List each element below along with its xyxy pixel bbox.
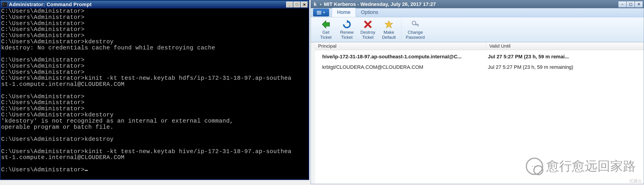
get-ticket-icon [321,20,330,29]
krb-titlebar[interactable]: k ▾ MIT Kerberos - Wednesday, July 26, 2… [311,0,644,8]
column-header-principal[interactable]: Principal [315,42,486,50]
cell-principal: krbtgt/CLOUDERA.COM@CLOUDERA.COM [315,64,486,70]
table-header-row: Principal Valid Until [315,42,644,50]
cmd-titlebar[interactable]: C:\ Administrator: Command Prompt _ □ ✕ [1,1,308,8]
get-ticket-button[interactable]: GetTicket [316,19,336,41]
change-password-icon [411,20,420,29]
close-button[interactable]: ✕ [635,1,643,7]
make-default-label: MakeDefault [382,30,396,40]
ribbon-group-tickets: GetTicket RenewTicket DestroyTicket [314,19,402,41]
svg-rect-7 [418,25,418,27]
change-password-label: ChangePassword [406,30,425,40]
svg-marker-4 [385,21,393,28]
get-ticket-label: GetTicket [320,30,332,40]
cell-valid-until: Jul 27 5:27 PM (23 h, 59 m remai... [486,54,644,60]
table-left-margin [311,42,315,184]
kerberos-window: k ▾ MIT Kerberos - Wednesday, July 26, 2… [310,0,644,184]
cmd-title: Administrator: Command Prompt [9,1,286,7]
renew-ticket-button[interactable]: RenewTicket [337,19,357,41]
file-menu-button[interactable]: ▼ [313,9,329,16]
minimize-button[interactable]: _ [286,1,293,7]
cell-principal: hive/ip-172-31-18-97.ap-southeast-1.comp… [315,54,486,60]
maximize-button[interactable]: ▢ [626,1,635,7]
ribbon-group-password: ChangePassword [403,19,428,41]
table-body: hive/ip-172-31-18-97.ap-southeast-1.comp… [315,50,644,184]
ribbon-toolbar: GetTicket RenewTicket DestroyTicket [311,17,644,42]
close-button[interactable]: ✕ [301,1,308,7]
column-header-valid[interactable]: Valid Until [486,42,644,50]
destroy-ticket-icon [363,20,372,29]
table-row[interactable]: krbtgt/CLOUDERA.COM@CLOUDERA.COMJul 27 5… [315,62,644,72]
destroy-ticket-button[interactable]: DestroyTicket [358,19,378,41]
ticket-table: Principal Valid Until hive/ip-172-31-18-… [311,42,644,184]
cmd-window-controls: _ □ ✕ [286,1,308,7]
hamburger-icon [317,11,321,14]
cmd-cursor [85,170,88,171]
cmd-app-icon: C:\ [2,2,7,7]
command-prompt-window: C:\ Administrator: Command Prompt _ □ ✕ … [0,0,309,180]
chevron-down-icon: ▼ [323,11,326,14]
svg-rect-6 [415,24,418,25]
kerberos-app-icon: k [312,1,318,7]
quick-access-dropdown-icon[interactable]: ▾ [320,2,322,6]
tab-options[interactable]: Options [356,8,384,17]
maximize-button[interactable]: □ [294,1,300,7]
krb-title: MIT Kerberos - Wednesday, July 26, 2017 … [324,1,618,7]
make-default-button[interactable]: MakeDefault [379,19,399,41]
tab-home[interactable]: Home [332,8,356,17]
svg-marker-0 [322,21,330,28]
renew-ticket-icon [342,20,352,29]
cmd-terminal-output[interactable]: C:\Users\Administrator> C:\Users\Adminis… [1,8,308,179]
make-default-icon [384,20,394,29]
renew-ticket-label: RenewTicket [340,30,354,40]
ribbon-tab-strip: ▼ Home Options [311,8,644,17]
table-row[interactable]: hive/ip-172-31-18-97.ap-southeast-1.comp… [315,51,644,62]
minimize-button[interactable]: – [618,1,626,7]
destroy-ticket-label: DestroyTicket [360,30,375,40]
cell-valid-until: Jul 27 5:27 PM (23 h, 59 m remaining) [486,64,644,70]
krb-window-controls: – ▢ ✕ [618,1,643,7]
change-password-button[interactable]: ChangePassword [405,19,426,41]
